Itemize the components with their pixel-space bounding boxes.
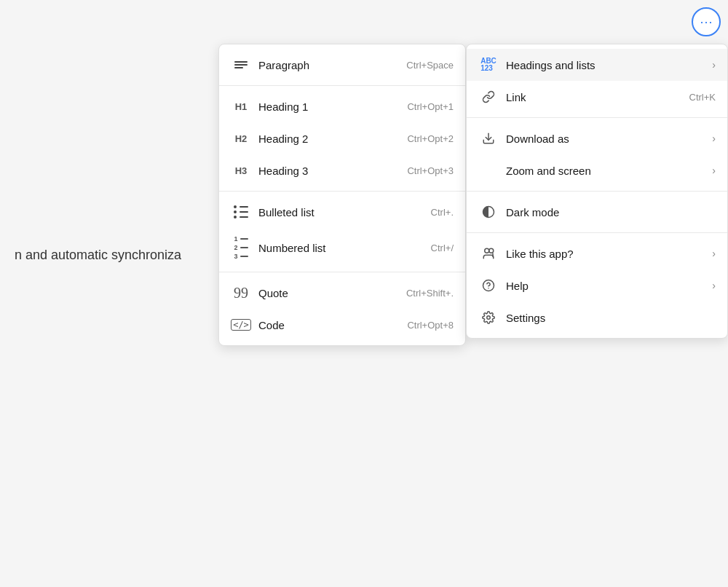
settings-icon	[478, 311, 499, 324]
heading2-item[interactable]: H2 Heading 2 Ctrl+Opt+2	[219, 122, 465, 154]
bulleted-list-label: Bulleted list	[258, 206, 424, 218]
bulleted-list-icon	[231, 205, 251, 218]
heading3-label: Heading 3	[258, 165, 400, 177]
quote-item[interactable]: 99 Quote Ctrl+Shift+.	[219, 277, 465, 309]
abc-icon: ABC 123	[478, 58, 499, 72]
heading3-shortcut: Ctrl+Opt+3	[407, 165, 454, 176]
link-item[interactable]: Link Ctrl+K	[467, 81, 727, 113]
divider-2	[219, 191, 465, 192]
dark-mode-label: Dark mode	[506, 206, 716, 218]
download-as-label: Download as	[506, 133, 702, 145]
zoom-screen-chevron: ›	[712, 165, 716, 176]
paragraph-item[interactable]: Paragraph Ctrl+Space	[219, 49, 465, 81]
like-icon	[478, 247, 499, 260]
h3-icon: H3	[231, 165, 251, 176]
help-icon	[478, 279, 499, 292]
headings-lists-submenu: Paragraph Ctrl+Space H1 Heading 1 Ctrl+O…	[218, 44, 466, 346]
like-app-item[interactable]: Like this app? ›	[467, 237, 727, 269]
numbered-list-icon: 1 2 3	[231, 235, 251, 260]
main-menu: ABC 123 Headings and lists › Link Ctrl+K	[466, 44, 728, 339]
download-as-chevron: ›	[712, 133, 716, 144]
menus-container: Paragraph Ctrl+Space H1 Heading 1 Ctrl+O…	[218, 44, 728, 346]
code-item[interactable]: </> Code Ctrl+Opt+8	[219, 309, 465, 341]
quote-label: Quote	[258, 287, 399, 299]
bulleted-list-shortcut: Ctrl+.	[431, 207, 454, 218]
numbered-list-shortcut: Ctrl+/	[431, 243, 454, 253]
divider-3	[219, 272, 465, 272]
code-shortcut: Ctrl+Opt+8	[407, 320, 454, 331]
heading2-label: Heading 2	[258, 133, 400, 145]
link-label: Link	[506, 91, 682, 103]
help-chevron: ›	[712, 280, 716, 291]
heading1-item[interactable]: H1 Heading 1 Ctrl+Opt+1	[219, 90, 465, 122]
more-icon: ⋯	[700, 14, 713, 30]
heading3-item[interactable]: H3 Heading 3 Ctrl+Opt+3	[219, 154, 465, 186]
like-app-label: Like this app?	[506, 248, 702, 260]
like-app-chevron: ›	[712, 248, 716, 259]
paragraph-shortcut: Ctrl+Space	[406, 60, 454, 71]
svg-point-3	[489, 248, 494, 253]
quote-shortcut: Ctrl+Shift+.	[406, 288, 454, 299]
paragraph-icon	[231, 61, 251, 68]
download-as-item[interactable]: Download as ›	[467, 122, 727, 154]
code-label: Code	[258, 319, 400, 331]
more-options-button[interactable]: ⋯	[692, 7, 721, 36]
numbered-list-item[interactable]: 1 2 3 Numbered list Ctrl+/	[219, 228, 465, 267]
headings-lists-menu-item[interactable]: ABC 123 Headings and lists ›	[467, 49, 727, 81]
numbered-list-label: Numbered list	[258, 242, 424, 254]
background-text: n and automatic synchroniza	[15, 248, 181, 263]
link-icon	[478, 90, 499, 103]
help-item[interactable]: Help ›	[467, 269, 727, 302]
svg-point-2	[485, 248, 489, 253]
zoom-screen-item[interactable]: Zoom and screen ›	[467, 154, 727, 186]
settings-item[interactable]: Settings	[467, 302, 727, 334]
h1-icon: H1	[231, 101, 251, 112]
download-icon	[478, 132, 499, 145]
settings-label: Settings	[506, 312, 716, 324]
h2-icon: H2	[231, 133, 251, 144]
darkmode-icon	[478, 205, 499, 218]
zoom-screen-label: Zoom and screen	[506, 165, 702, 177]
heading1-label: Heading 1	[258, 101, 400, 113]
divider-1	[219, 85, 465, 86]
right-divider-3	[467, 232, 727, 233]
headings-lists-chevron: ›	[712, 59, 716, 71]
code-icon: </>	[231, 319, 251, 331]
paragraph-label: Paragraph	[258, 59, 399, 71]
link-shortcut: Ctrl+K	[689, 92, 716, 103]
right-divider-2	[467, 191, 727, 192]
help-label: Help	[506, 280, 702, 292]
headings-lists-label: Headings and lists	[506, 59, 702, 71]
heading2-shortcut: Ctrl+Opt+2	[407, 133, 454, 144]
quote-icon: 99	[231, 285, 251, 300]
svg-point-7	[487, 316, 491, 320]
right-divider-1	[467, 117, 727, 118]
bulleted-list-item[interactable]: Bulleted list Ctrl+.	[219, 196, 465, 228]
dark-mode-item[interactable]: Dark mode	[467, 196, 727, 228]
heading1-shortcut: Ctrl+Opt+1	[407, 101, 454, 112]
